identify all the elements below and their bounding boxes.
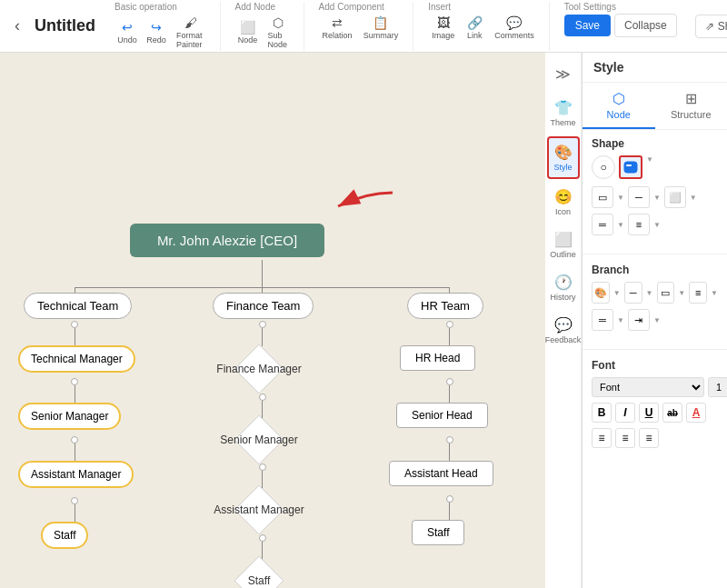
ceo-node[interactable]: Mr. John Alexzie [CEO] bbox=[130, 224, 324, 257]
tech-senior-node[interactable]: Senior Manager bbox=[18, 403, 121, 430]
node-tab-icon: ⬡ bbox=[612, 90, 625, 107]
add-node-label: Add Node bbox=[235, 2, 275, 12]
tech-sub-v4 bbox=[75, 504, 75, 523]
toolbar-groups: Basic operation ↩Undo ↪Redo 🖌Format Pain… bbox=[115, 2, 688, 51]
italic-button[interactable]: I bbox=[615, 403, 635, 423]
comments-button[interactable]: 💬Comments bbox=[491, 14, 538, 42]
hr-sub-v2 bbox=[449, 385, 450, 404]
border-style-solid[interactable]: ▭ bbox=[592, 186, 613, 208]
shape-options: ○ ▼ bbox=[592, 155, 718, 179]
format-painter-button[interactable]: 🖌Format Painter bbox=[173, 14, 209, 51]
insert-label: Insert bbox=[428, 2, 451, 12]
history-icon: 🕐 bbox=[554, 274, 573, 291]
sidebar-item-feedback[interactable]: 💬 Feedback bbox=[547, 311, 580, 350]
style-icon: 🎨 bbox=[554, 144, 573, 161]
share-button[interactable]: ⇗ Share bbox=[695, 15, 727, 38]
sidebar-expand-button[interactable]: ≫ bbox=[547, 60, 580, 90]
hr-conn-2 bbox=[446, 378, 453, 385]
collapse-button[interactable]: Collapse bbox=[614, 14, 677, 37]
right-panel-tabs: ⬡ Node ⊞ Structure bbox=[583, 83, 727, 130]
add-node-btns: ⬜Node ⬡Sub Node bbox=[235, 14, 293, 51]
tech-assistant-node[interactable]: Assistant Manager bbox=[18, 461, 134, 488]
strikethrough-button[interactable]: ab bbox=[662, 403, 682, 423]
subnode-button[interactable]: ⬡Sub Node bbox=[264, 14, 293, 51]
tech-conn-4 bbox=[71, 497, 78, 504]
bold-button[interactable]: B bbox=[592, 403, 612, 423]
toolbar-group-basic: Basic operation ↩Undo ↪Redo 🖌Format Pain… bbox=[115, 2, 221, 51]
shape-dropdown-dot[interactable]: ▼ bbox=[646, 155, 653, 179]
tech-manager-node[interactable]: Technical Manager bbox=[18, 345, 135, 373]
hr-sub-v3 bbox=[449, 443, 450, 462]
technical-team-node[interactable]: Technical Team bbox=[24, 293, 132, 319]
font-family-select[interactable]: Font Arial Times New Roman bbox=[592, 377, 704, 397]
finance-team-node[interactable]: Finance Team bbox=[213, 293, 314, 319]
shape-card-opt[interactable] bbox=[619, 155, 642, 179]
finance-assistant-node[interactable]: Assistant Manager bbox=[200, 484, 318, 534]
hr-staff-node[interactable]: Staff bbox=[412, 520, 464, 545]
tech-conn-1 bbox=[71, 321, 78, 328]
insert-btns: 🖼Image 🔗Link 💬Comments bbox=[428, 14, 538, 42]
redo-button[interactable]: ↪Redo bbox=[144, 18, 169, 46]
finance-manager-node[interactable]: Finance Manager bbox=[200, 344, 318, 394]
expand-icon: ≫ bbox=[555, 65, 571, 83]
finance-senior-node[interactable]: Senior Manager bbox=[200, 414, 318, 464]
align-left-button[interactable]: ≡ bbox=[592, 428, 612, 448]
line-style-solid[interactable]: ─ bbox=[628, 186, 650, 208]
back-button[interactable]: ‹ bbox=[7, 13, 27, 39]
sidebar-item-theme[interactable]: 👕 Theme bbox=[547, 94, 580, 133]
underline-button[interactable]: U bbox=[639, 403, 659, 423]
hr-sub-v4 bbox=[449, 503, 450, 521]
undo-button[interactable]: ↩Undo bbox=[115, 18, 140, 46]
branch-style2[interactable]: ═ bbox=[592, 309, 613, 331]
align-right-button[interactable]: ≡ bbox=[639, 428, 659, 448]
add-component-label: Add Component bbox=[319, 2, 384, 12]
link-button[interactable]: 🔗Link bbox=[462, 14, 487, 42]
hr-assistant-node[interactable]: Assistant Head bbox=[389, 461, 493, 486]
font-size-select[interactable]: 14 81012 161820 bbox=[708, 377, 727, 397]
text-color-button[interactable]: A bbox=[686, 403, 706, 423]
hr-senior-node[interactable]: Senior Head bbox=[396, 403, 488, 428]
ceo-line-down bbox=[262, 260, 263, 287]
branch-section-title: Branch bbox=[592, 264, 718, 276]
font-style-row: B I U ab A bbox=[592, 403, 718, 423]
sidebar-item-style[interactable]: 🎨 Style bbox=[547, 136, 580, 179]
hr-head-node[interactable]: HR Head bbox=[400, 345, 475, 371]
align-center-button[interactable]: ≡ bbox=[615, 428, 635, 448]
fin-conn-1 bbox=[259, 321, 266, 328]
branch-border[interactable]: ▭ bbox=[657, 282, 675, 304]
font-row: Font Arial Times New Roman 14 81012 1618… bbox=[592, 377, 718, 397]
shape-row-2: ═ ▼ ≡ ▼ bbox=[592, 214, 718, 235]
finance-staff-node[interactable]: Staff bbox=[200, 555, 318, 588]
line-weight[interactable]: ═ bbox=[592, 214, 613, 235]
sidebar-left: ≫ 👕 Theme 🎨 Style 😊 Icon ⬜ Outline 🕐 His… bbox=[545, 53, 582, 588]
branch-section: Branch 🎨 ▼ ─ ▼ ▭ ▼ ≡ ▼ ═ ▼ ⇥ ▼ bbox=[583, 260, 727, 344]
sidebar-item-icon[interactable]: 😊 Icon bbox=[547, 183, 580, 222]
hr-conn-4 bbox=[446, 495, 453, 503]
image-button[interactable]: 🖼Image bbox=[428, 14, 458, 42]
relation-button[interactable]: ⇄Relation bbox=[319, 14, 356, 42]
right-panel-title: Style bbox=[583, 53, 727, 83]
tool-settings-btns: Save Collapse bbox=[564, 14, 677, 37]
node-button[interactable]: ⬜Node bbox=[235, 18, 261, 46]
font-section: Font Font Arial Times New Roman 14 81012… bbox=[583, 355, 727, 455]
sidebar-item-outline[interactable]: ⬜ Outline bbox=[547, 225, 580, 264]
canvas[interactable]: Mr. John Alexzie [CEO] Technical Team Fi… bbox=[0, 53, 545, 588]
fill-style[interactable]: ⬜ bbox=[664, 186, 686, 208]
save-button[interactable]: Save bbox=[564, 15, 611, 36]
hr-team-node[interactable]: HR Team bbox=[407, 293, 483, 319]
header: ‹ Untitled Basic operation ↩Undo ↪Redo 🖌… bbox=[0, 0, 727, 53]
tab-structure[interactable]: ⊞ Structure bbox=[655, 83, 728, 129]
text-align[interactable]: ≡ bbox=[628, 214, 650, 235]
branch-align[interactable]: ≡ bbox=[689, 282, 707, 304]
basic-op-label: Basic operation bbox=[115, 2, 177, 12]
branch-indent[interactable]: ⇥ bbox=[628, 309, 650, 331]
summary-button[interactable]: 📋Summary bbox=[360, 14, 403, 42]
shape-circle-opt[interactable]: ○ bbox=[592, 155, 615, 179]
hr-conn-3 bbox=[446, 436, 453, 443]
sidebar-item-history[interactable]: 🕐 History bbox=[547, 268, 580, 307]
branch-color[interactable]: 🎨 bbox=[592, 282, 610, 304]
tech-sub-v1 bbox=[75, 328, 75, 346]
branch-line[interactable]: ─ bbox=[624, 282, 642, 304]
tech-staff-node[interactable]: Staff bbox=[41, 522, 88, 549]
tab-node[interactable]: ⬡ Node bbox=[583, 83, 655, 129]
